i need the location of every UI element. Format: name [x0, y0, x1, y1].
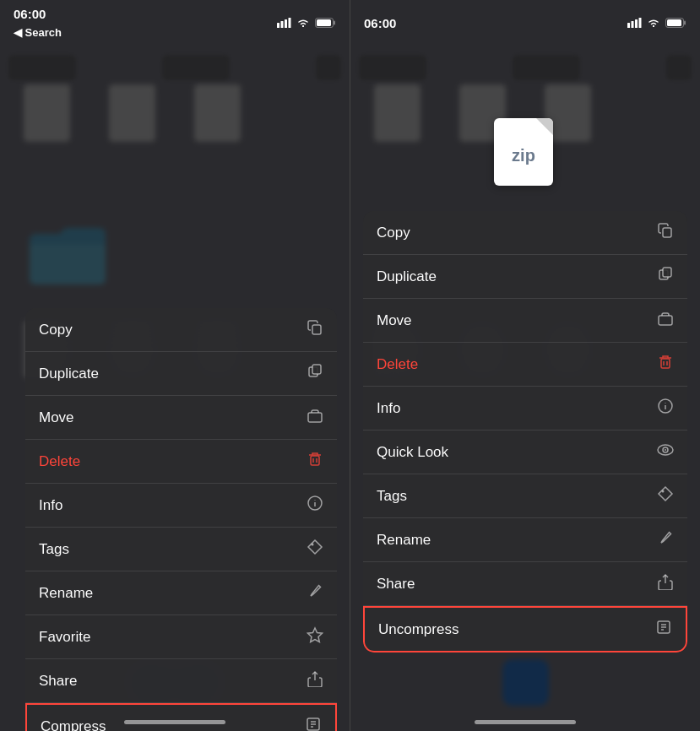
zip-icon-body: zip [494, 118, 553, 186]
svg-point-18 [312, 544, 314, 546]
svg-rect-8 [312, 325, 321, 334]
right-menu-uncompress[interactable]: Uncompress [363, 606, 687, 652]
svg-point-17 [315, 500, 316, 501]
left-toolbar [0, 49, 350, 86]
svg-rect-31 [667, 19, 681, 26]
battery-icon [315, 18, 336, 28]
right-rename-icon [657, 529, 674, 550]
left-duplicate-label: Duplicate [39, 366, 99, 382]
right-share-icon [657, 573, 674, 594]
left-share-label: Share [39, 673, 77, 690]
right-menu-quicklook[interactable]: Quick Look [363, 430, 687, 474]
left-info-label: Info [39, 497, 62, 514]
left-menu-info[interactable]: Info [25, 484, 337, 528]
right-tags-icon [657, 485, 674, 506]
right-battery-icon [665, 18, 686, 28]
right-uncompress-label: Uncompress [378, 621, 459, 638]
left-panel: 06:00 ◀ Search [0, 0, 350, 731]
svg-rect-11 [308, 413, 322, 422]
favorite-icon [307, 626, 323, 647]
uncompress-icon [655, 619, 672, 640]
share-icon [307, 670, 323, 691]
svg-rect-7 [317, 19, 331, 26]
svg-rect-6 [334, 21, 335, 25]
left-move-label: Move [39, 409, 74, 426]
svg-rect-30 [684, 21, 686, 25]
left-tags-label: Tags [39, 541, 69, 558]
zip-file-icon: zip [494, 118, 562, 194]
left-favorite-label: Favorite [39, 629, 90, 646]
left-status-bar: 06:00 ◀ Search [0, 0, 350, 37]
svg-point-4 [302, 25, 304, 27]
left-menu-compress[interactable]: Compress [25, 703, 337, 731]
svg-rect-25 [632, 21, 634, 28]
right-signal-icon [627, 18, 642, 28]
left-back[interactable]: ◀ Search [14, 26, 62, 39]
left-menu-favorite[interactable]: Favorite [25, 615, 337, 659]
left-menu-rename[interactable]: Rename [25, 571, 337, 615]
delete-icon [307, 451, 323, 472]
right-menu-tags[interactable]: Tags [363, 474, 687, 518]
duplicate-icon [307, 363, 323, 384]
svg-rect-26 [635, 19, 638, 28]
svg-rect-35 [659, 316, 672, 325]
left-context-menu: Copy Duplicate Move [25, 308, 337, 731]
svg-rect-24 [627, 23, 630, 28]
svg-rect-2 [285, 19, 287, 28]
rename-icon [307, 582, 323, 604]
right-duplicate-icon [657, 266, 674, 287]
svg-point-41 [665, 403, 666, 403]
svg-rect-32 [663, 228, 671, 237]
right-status-icons [627, 18, 686, 28]
copy-icon [307, 319, 323, 340]
zip-icon-corner [536, 118, 553, 135]
info-icon [307, 495, 323, 516]
right-context-menu: Copy Duplicate Move [363, 211, 687, 652]
left-compress-label: Compress [41, 718, 106, 732]
right-menu-rename[interactable]: Rename [363, 518, 687, 562]
right-menu-copy[interactable]: Copy [363, 211, 687, 255]
right-menu-info[interactable]: Info [363, 387, 687, 430]
right-copy-icon [657, 222, 674, 243]
svg-point-45 [662, 490, 665, 493]
move-icon [307, 407, 323, 428]
right-quicklook-label: Quick Look [377, 444, 448, 461]
zip-label: zip [512, 146, 535, 165]
right-toolbar [350, 49, 700, 86]
right-menu-move[interactable]: Move [363, 299, 687, 343]
left-home-indicator [124, 720, 225, 724]
svg-rect-10 [312, 365, 321, 374]
left-menu-copy[interactable]: Copy [25, 308, 337, 352]
right-duplicate-label: Duplicate [377, 268, 437, 285]
svg-rect-27 [639, 18, 642, 28]
left-menu-share[interactable]: Share [25, 659, 337, 703]
left-delete-label: Delete [39, 453, 80, 470]
left-menu-move[interactable]: Move [25, 396, 337, 440]
right-wifi-icon [647, 18, 660, 28]
right-share-label: Share [377, 576, 415, 593]
right-move-label: Move [377, 312, 412, 329]
right-panel: 06:00 zip [350, 0, 700, 731]
left-menu-delete[interactable]: Delete [25, 440, 337, 484]
right-status-bar: 06:00 [350, 0, 700, 37]
right-move-icon [657, 310, 674, 331]
svg-rect-3 [289, 18, 291, 28]
svg-point-28 [653, 25, 654, 27]
right-menu-delete[interactable]: Delete [363, 343, 687, 387]
left-copy-label: Copy [39, 322, 73, 338]
right-menu-share[interactable]: Share [363, 562, 687, 606]
svg-rect-34 [663, 268, 671, 277]
svg-rect-1 [281, 21, 284, 28]
signal-icon [277, 18, 291, 28]
left-time: 06:00 [14, 7, 62, 21]
right-home-indicator [475, 720, 576, 724]
left-menu-tags[interactable]: Tags [25, 528, 337, 571]
right-time: 06:00 [364, 16, 396, 30]
left-menu-duplicate[interactable]: Duplicate [25, 352, 337, 396]
quicklook-icon [657, 441, 674, 463]
left-status-icons [277, 18, 336, 28]
right-menu-duplicate[interactable]: Duplicate [363, 255, 687, 299]
right-rename-label: Rename [377, 532, 431, 549]
right-info-icon [657, 398, 674, 419]
svg-rect-12 [311, 456, 319, 465]
